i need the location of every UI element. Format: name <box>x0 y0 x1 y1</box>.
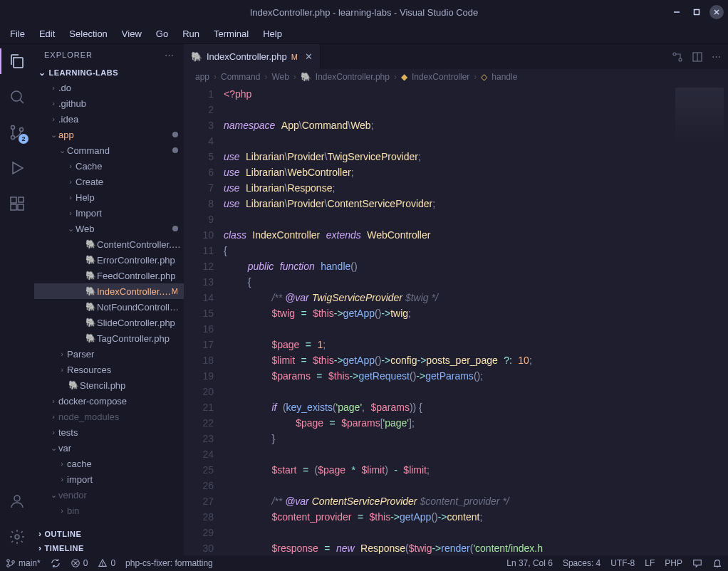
crumb-app[interactable]: app <box>195 72 209 82</box>
tree-folder[interactable]: ›Resources <box>34 362 184 377</box>
close-button[interactable] <box>709 5 724 19</box>
tree-item-label: .github <box>58 98 184 109</box>
notifications-icon[interactable] <box>712 558 722 568</box>
tree-folder[interactable]: ⌄Command <box>34 142 184 158</box>
tree-folder[interactable]: ⌄vendor <box>34 487 184 503</box>
tree-folder[interactable]: ›tests <box>34 424 184 440</box>
formatter-indicator[interactable]: php-cs-fixer: formatting <box>125 558 213 568</box>
tree-file[interactable]: 🐘ErrorController.php <box>34 252 184 268</box>
menu-run[interactable]: Run <box>177 26 205 42</box>
menu-go[interactable]: Go <box>150 26 174 42</box>
maximize-button[interactable] <box>690 5 704 19</box>
tree-folder[interactable]: ›cache <box>34 456 184 471</box>
run-debug-icon[interactable] <box>7 158 27 178</box>
outline-section-header[interactable]: › OUTLINE <box>34 527 184 541</box>
tree-folder[interactable]: ⌄Web <box>34 221 184 236</box>
tree-item-label: Resources <box>67 365 184 375</box>
extensions-icon[interactable] <box>7 194 27 214</box>
php-icon: 🐘 <box>301 72 311 82</box>
search-icon[interactable] <box>7 87 27 107</box>
php-icon: 🐘 <box>84 239 97 249</box>
tree-file[interactable]: 🐘Stencil.php <box>34 377 184 393</box>
explorer-icon[interactable] <box>7 51 27 71</box>
tab-close-icon[interactable]: ✕ <box>305 51 313 62</box>
tree-item-label: cache <box>67 459 184 469</box>
tree-folder[interactable]: ›Create <box>34 174 184 189</box>
tree-folder[interactable]: ›docker-compose <box>34 393 184 409</box>
accounts-icon[interactable] <box>7 491 27 511</box>
sidebar-more-icon[interactable]: ⋯ <box>165 50 174 61</box>
tree-folder[interactable]: ›Cache <box>34 158 184 174</box>
settings-icon[interactable] <box>7 527 27 547</box>
project-section-header[interactable]: ⌄ LEARNING-LABS <box>34 66 184 80</box>
crumb-web[interactable]: Web <box>271 72 288 82</box>
tree-item-label: Stencil.php <box>80 380 184 391</box>
tree-folder[interactable]: ⌄app <box>34 127 184 142</box>
line-numbers: 1234567891011121314151617181920212223242… <box>184 85 224 555</box>
minimap[interactable] <box>671 85 728 555</box>
menu-edit[interactable]: Edit <box>33 26 61 42</box>
encoding-indicator[interactable]: UTF-8 <box>610 558 635 568</box>
tree-file[interactable]: 🐘IndexController.p…M <box>34 283 184 299</box>
file-tree[interactable]: ›.do›.github›.idea⌄app⌄Command›Cache›Cre… <box>34 80 184 527</box>
breadcrumb[interactable]: app› Command› Web› 🐘 IndexController.php… <box>184 69 728 85</box>
status-bar: main* 0 0 php-cs-fixer: formatting Ln 37… <box>0 555 728 571</box>
tree-folder[interactable]: ›.idea <box>34 111 184 127</box>
crumb-command[interactable]: Command <box>221 72 260 82</box>
sidebar-header: EXPLORER ⋯ <box>34 44 184 66</box>
tree-folder[interactable]: ›import <box>34 471 184 487</box>
tree-file[interactable]: 🐘ContentController.php <box>34 236 184 252</box>
tree-folder[interactable]: ›.do <box>34 80 184 95</box>
tree-file[interactable]: 🐘FeedController.php <box>34 268 184 283</box>
tree-file[interactable]: 🐘SlideController.php <box>34 315 184 330</box>
compare-icon[interactable] <box>672 51 683 63</box>
tree-folder[interactable]: ›Help <box>34 189 184 205</box>
timeline-section-header[interactable]: › TIMELINE <box>34 541 184 555</box>
code-editor[interactable]: 1234567891011121314151617181920212223242… <box>184 85 728 555</box>
tree-folder[interactable]: ›node_modules <box>34 409 184 424</box>
menu-selection[interactable]: Selection <box>63 26 113 42</box>
sync-indicator[interactable] <box>51 558 61 568</box>
tree-folder[interactable]: ›.github <box>34 95 184 111</box>
warnings-indicator[interactable]: 0 <box>98 558 115 568</box>
menu-view[interactable]: View <box>116 26 147 42</box>
split-editor-icon[interactable] <box>692 51 703 63</box>
crumb-class[interactable]: IndexController <box>412 72 469 82</box>
chevron-icon: › <box>48 397 58 405</box>
feedback-icon[interactable] <box>692 558 702 568</box>
more-icon[interactable]: ⋯ <box>712 51 721 62</box>
chevron-right-icon: › <box>38 529 42 539</box>
tree-folder[interactable]: ⌄var <box>34 440 184 456</box>
menu-help[interactable]: Help <box>257 26 288 42</box>
svg-point-17 <box>679 58 682 61</box>
tree-folder[interactable]: ›Import <box>34 205 184 221</box>
editor-area: 🐘 IndexController.php M ✕ ⋯ app› Command… <box>184 44 728 555</box>
tree-file[interactable]: 🐘NotFoundController.php <box>34 299 184 315</box>
tree-item-label: Web <box>76 224 172 234</box>
minimize-button[interactable] <box>670 5 684 19</box>
tab-index-controller[interactable]: 🐘 IndexController.php M ✕ <box>184 44 321 69</box>
menu-terminal[interactable]: Terminal <box>208 26 254 42</box>
tree-file[interactable]: 🐘TagController.php <box>34 330 184 346</box>
indent-indicator[interactable]: Spaces: 4 <box>563 558 600 568</box>
errors-indicator[interactable]: 0 <box>71 558 88 568</box>
source-control-icon[interactable]: 2 <box>7 122 27 142</box>
language-indicator[interactable]: PHP <box>665 558 682 568</box>
svg-point-15 <box>15 535 19 539</box>
crumb-method[interactable]: handle <box>492 72 517 82</box>
eol-indicator[interactable]: LF <box>645 558 655 568</box>
tree-item-label: NotFoundController.php <box>97 302 184 313</box>
tree-item-label: bin <box>67 505 184 516</box>
chevron-icon: › <box>57 350 67 358</box>
code-content[interactable]: <?php namespace App\Command\Web; use Lib… <box>224 85 671 555</box>
tree-folder[interactable]: ›bin <box>34 503 184 518</box>
tree-folder[interactable]: ›Parser <box>34 346 184 362</box>
chevron-icon: ⌄ <box>48 491 58 500</box>
chevron-icon: › <box>48 115 58 123</box>
svg-point-16 <box>673 53 676 56</box>
crumb-file[interactable]: IndexController.php <box>316 72 390 82</box>
menu-file[interactable]: File <box>4 26 31 42</box>
tab-modified-indicator: M <box>291 53 298 61</box>
branch-indicator[interactable]: main* <box>6 558 41 568</box>
cursor-position[interactable]: Ln 37, Col 6 <box>506 558 553 568</box>
